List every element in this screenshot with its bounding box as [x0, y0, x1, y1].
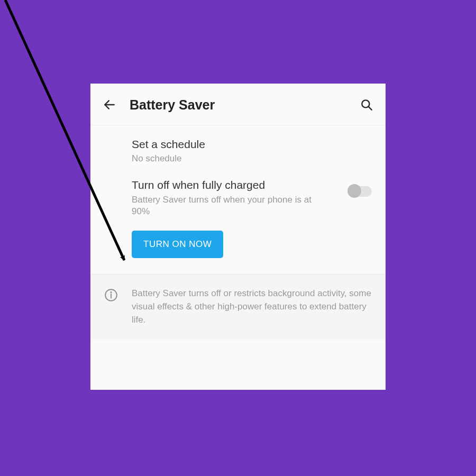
set-schedule-title: Set a schedule — [132, 137, 373, 151]
turn-off-subtitle: Battery Saver turns off when your phone … — [132, 194, 373, 218]
battery-saver-screen: Battery Saver Set a schedule No schedule… — [90, 84, 386, 390]
turn-off-title: Turn off when fully charged — [132, 178, 373, 192]
search-button[interactable] — [358, 96, 375, 113]
info-row: Battery Saver turns off or restricts bac… — [90, 274, 386, 339]
turn-on-now-button[interactable]: TURN ON NOW — [132, 231, 223, 258]
turn-off-when-charged-row[interactable]: Turn off when fully charged Battery Save… — [90, 165, 386, 218]
search-icon — [360, 98, 373, 112]
page-title: Battery Saver — [130, 97, 358, 113]
back-button[interactable] — [101, 96, 118, 113]
toggle-knob — [347, 184, 361, 198]
svg-line-2 — [368, 106, 371, 109]
header: Battery Saver — [90, 84, 386, 125]
info-text: Battery Saver turns off or restricts bac… — [132, 287, 372, 326]
turn-off-toggle[interactable] — [349, 186, 372, 197]
arrow-left-icon — [103, 98, 116, 112]
action-row: TURN ON NOW — [90, 218, 386, 274]
info-icon — [104, 288, 118, 302]
set-schedule-subtitle: No schedule — [132, 153, 373, 165]
content: Set a schedule No schedule Turn off when… — [90, 125, 386, 339]
set-schedule-row[interactable]: Set a schedule No schedule — [90, 125, 386, 165]
svg-point-5 — [111, 292, 111, 292]
